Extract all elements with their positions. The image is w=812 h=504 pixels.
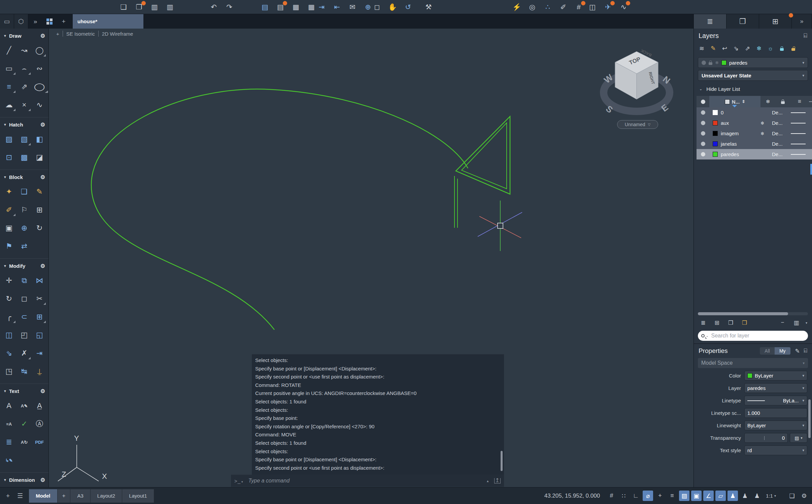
move-text-icon[interactable]: ≡A: [3, 419, 15, 429]
layer-linetype[interactable]: De...: [772, 131, 791, 136]
prompt-caret-icon[interactable]: ▾: [241, 480, 243, 483]
layer-isolate-icon[interactable]: ⇘: [732, 44, 741, 52]
measure-icon[interactable]: ⇗: [19, 81, 30, 92]
write-block-icon[interactable]: ▣: [3, 223, 15, 233]
view-cube-toggle-icon[interactable]: ⬡: [14, 14, 28, 29]
layer-match-icon[interactable]: ✎: [709, 44, 718, 52]
gear-icon[interactable]: ⚙: [40, 263, 45, 269]
point-icon[interactable]: ×: [19, 100, 30, 110]
share-command-icon[interactable]: ↥: [494, 478, 501, 483]
columns-icon[interactable]: ▥: [792, 319, 801, 327]
layer-state-dropdown[interactable]: Unsaved Layer State ▾: [698, 70, 808, 81]
text-edit-icon[interactable]: A✎: [19, 400, 30, 411]
rescale-icon[interactable]: ⇘: [3, 348, 15, 359]
open-file-icon[interactable]: ❐: [134, 2, 144, 12]
autoscale-icon[interactable]: ♟: [740, 491, 750, 501]
layer-search-input[interactable]: [711, 333, 805, 339]
layer-linetype[interactable]: De...: [772, 151, 791, 157]
layer-manager-icon[interactable]: ⊞: [712, 319, 721, 327]
save-as-icon[interactable]: ▥: [165, 2, 175, 12]
tab-layout1[interactable]: Layout1: [122, 489, 154, 503]
new-layer-icon[interactable]: ≣: [699, 319, 708, 327]
current-layer-dropdown[interactable]: ❄ paredes ▾: [698, 57, 808, 68]
gear-icon[interactable]: ⚙: [40, 121, 45, 128]
filter-my-button[interactable]: My: [775, 347, 790, 355]
copy-icon[interactable]: ⧉: [19, 275, 30, 286]
layer-color-swatch[interactable]: [709, 152, 721, 157]
rectangle-icon[interactable]: ▭: [3, 63, 15, 74]
visibility-dot-icon[interactable]: [697, 131, 709, 136]
layer-color-swatch[interactable]: [709, 120, 721, 125]
quick-select-icon[interactable]: ⚡: [512, 2, 522, 12]
gear-icon[interactable]: ⚙: [40, 477, 45, 483]
console-scrollbar[interactable]: [501, 451, 503, 471]
filter-all-button[interactable]: All: [760, 347, 775, 355]
lineweight-column-header[interactable]: ≡: [790, 98, 809, 105]
annotation-scale-value[interactable]: 1:1 ▾: [764, 493, 778, 499]
purge-icon[interactable]: ✐: [558, 2, 568, 12]
page-setup-icon[interactable]: ▦: [291, 2, 301, 12]
freehand-icon[interactable]: ∿: [34, 100, 45, 110]
new-layout-button[interactable]: +: [58, 489, 71, 503]
insert-block-icon[interactable]: ❑: [19, 186, 30, 197]
trim-icon[interactable]: ✂: [34, 293, 45, 304]
offset-icon[interactable]: ⊂: [19, 312, 30, 322]
command-history[interactable]: Select objects: Specify base point or [D…: [252, 354, 504, 475]
expand-history-icon[interactable]: ▴: [487, 479, 489, 483]
text-align-icon[interactable]: ≣: [3, 437, 15, 447]
spell-check-icon[interactable]: ✓: [19, 419, 30, 429]
arc-icon[interactable]: ⌢: [19, 63, 30, 74]
gradient-icon[interactable]: ◧: [34, 134, 45, 145]
polyline-icon[interactable]: ↝: [19, 45, 30, 56]
array-icon[interactable]: ⊞: [34, 312, 45, 322]
scale-icon[interactable]: ◱: [34, 330, 45, 340]
mirror-icon[interactable]: ⋈: [34, 275, 45, 286]
chevron-down-icon[interactable]: ▾: [806, 321, 807, 325]
zoom-window-icon[interactable]: ◻: [372, 2, 382, 12]
visibility-column-header[interactable]: [697, 100, 709, 104]
share-icon[interactable]: ✈: [603, 2, 613, 12]
region-icon[interactable]: ▩: [19, 152, 30, 163]
color-dropdown[interactable]: ByLayer ▾: [744, 371, 807, 381]
save-icon[interactable]: ▥: [149, 2, 160, 12]
boundary-icon[interactable]: ⊡: [3, 152, 15, 163]
layout-grid-icon[interactable]: [42, 14, 57, 29]
revision-cloud-icon[interactable]: ☁: [3, 100, 15, 110]
export-icon[interactable]: ⇤: [332, 2, 342, 12]
stretch-icon[interactable]: ◻: [19, 293, 30, 304]
tab-overflow-icon[interactable]: »: [28, 14, 42, 29]
spline-icon[interactable]: ∾: [34, 63, 45, 74]
layer-unisolate-icon[interactable]: ⇗: [743, 44, 752, 52]
add-tool-icon[interactable]: +: [6, 492, 10, 500]
find-text-icon[interactable]: Ⓐ: [34, 419, 45, 429]
hatch-edit-icon[interactable]: ▧: [19, 134, 30, 145]
layer-color-swatch[interactable]: [709, 141, 721, 146]
frozen-icon[interactable]: ❄: [760, 131, 772, 136]
layer-row[interactable]: janelas De...: [697, 139, 812, 149]
visibility-dot-icon[interactable]: [697, 142, 709, 146]
layer-row[interactable]: aux ❄ De...: [697, 118, 812, 128]
print-icon[interactable]: ▤: [260, 2, 270, 12]
replace-block-icon[interactable]: ⇄: [19, 241, 30, 252]
search-scope-caret-icon[interactable]: ⌄: [706, 334, 709, 337]
layer-color-swatch[interactable]: [709, 131, 721, 136]
name-column-header[interactable]: N... ⇕: [709, 96, 760, 107]
single-text-icon[interactable]: A̲: [34, 400, 45, 411]
dynamic-input-icon[interactable]: +: [655, 491, 665, 501]
orbit-icon[interactable]: ↺: [403, 2, 413, 12]
rotate-icon[interactable]: ↻: [3, 293, 15, 304]
freeze-column-header[interactable]: ❄: [760, 99, 775, 105]
visibility-dot-icon[interactable]: [697, 152, 709, 156]
lock-column-header[interactable]: [775, 100, 790, 104]
text-update-icon[interactable]: A↻: [19, 437, 30, 447]
workspace-icon[interactable]: ❑: [787, 491, 797, 501]
properties-scrollbar[interactable]: [808, 399, 811, 438]
tab-layout2[interactable]: Layout2: [91, 489, 122, 503]
sync-attributes-icon[interactable]: ↻: [34, 223, 45, 233]
space-selector[interactable]: Model Space ▾: [698, 358, 808, 368]
transparency-slider[interactable]: 0: [744, 433, 788, 443]
layer-linetype[interactable]: De...: [772, 120, 791, 126]
visibility-dot-icon[interactable]: [697, 110, 709, 115]
attach-icon[interactable]: ✉: [347, 2, 358, 12]
group-filter-icon[interactable]: ❒: [740, 319, 749, 327]
